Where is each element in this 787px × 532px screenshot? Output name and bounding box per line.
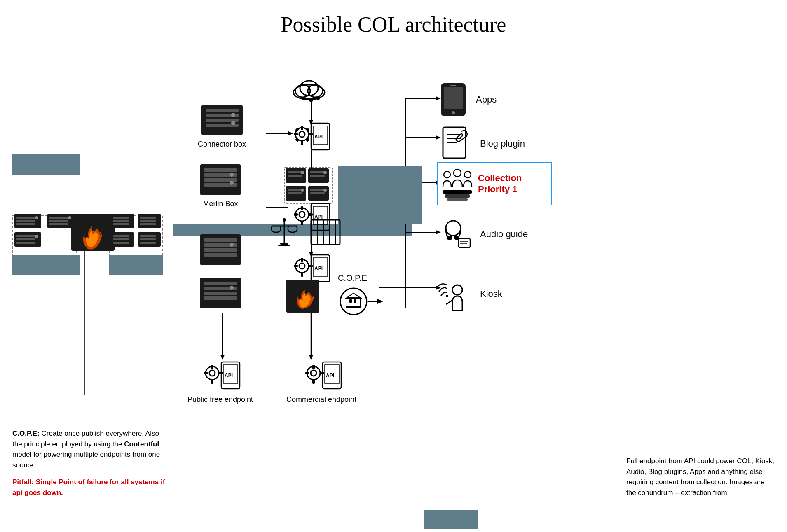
svg-rect-163 [113,242,129,244]
svg-rect-143 [49,220,68,222]
kiosk-section: Kiosk [435,273,502,315]
svg-point-97 [323,189,327,192]
svg-rect-66 [204,292,237,295]
svg-rect-88 [310,175,325,177]
svg-rect-71 [301,126,303,130]
scales-icon [268,216,301,250]
connector-box: Connector box [198,103,246,149]
cope-section: C.O.P.E [338,273,383,320]
kiosk-label: Kiosk [480,289,502,299]
svg-rect-161 [113,235,129,237]
svg-rect-87 [310,171,325,173]
svg-rect-111 [280,243,288,245]
cope-bold-label: C.O.P.E: [12,429,40,437]
svg-rect-167 [140,242,156,244]
audio-guide-label: Audio guide [480,229,528,240]
svg-rect-187 [444,87,463,109]
svg-point-93 [301,189,304,192]
svg-rect-73 [294,133,298,135]
cloud-icon [288,74,330,104]
svg-rect-122 [294,265,298,267]
svg-rect-142 [49,217,68,219]
svg-rect-121 [301,273,303,277]
server-box-3 [198,232,243,267]
svg-point-85 [301,171,304,174]
svg-rect-139 [16,223,35,225]
svg-point-89 [323,171,327,174]
svg-point-194 [444,171,450,178]
svg-rect-83 [288,171,302,173]
server-box-4 [198,275,243,310]
gray-rect-2 [12,255,80,275]
gray-rect-1 [12,154,80,175]
svg-marker-135 [377,299,383,304]
svg-point-55 [230,173,234,177]
svg-rect-130 [349,299,352,303]
svg-point-169 [209,370,215,376]
svg-rect-84 [288,175,302,177]
svg-text:API: API [326,373,334,378]
svg-text:API: API [225,373,233,378]
api-box-1: API [286,117,334,156]
public-endpoint: API Public free endpoint [187,356,253,404]
svg-rect-199 [447,198,468,201]
svg-rect-131 [354,299,356,303]
svg-point-48 [231,113,235,117]
svg-rect-96 [310,192,325,194]
svg-rect-67 [204,296,237,300]
svg-rect-179 [312,365,315,369]
bottom-right-text: Full endpoint from API could power COL, … [626,456,775,498]
apps-section: Apps [439,81,497,118]
svg-rect-91 [288,189,302,191]
svg-rect-165 [140,235,156,237]
svg-point-150 [35,235,38,238]
svg-rect-95 [310,189,325,191]
left-servers-2 [109,212,163,254]
svg-point-178 [311,370,316,376]
apps-label: Apps [476,94,497,105]
svg-point-70 [299,131,305,137]
svg-point-206 [452,285,462,295]
svg-rect-138 [16,220,35,222]
gray-rect-4 [338,166,422,224]
page-title: Possible COL architecture [0,0,787,45]
svg-rect-181 [305,372,309,374]
svg-rect-147 [16,235,35,237]
svg-rect-148 [16,238,35,240]
pitfall-text: Pitfall: Single Point of failure for all… [12,477,169,498]
svg-point-110 [283,218,286,222]
svg-rect-198 [445,194,470,198]
svg-rect-170 [211,365,213,369]
svg-rect-58 [204,238,237,242]
svg-rect-155 [113,223,129,225]
svg-rect-76 [306,128,310,132]
svg-point-140 [35,216,38,219]
svg-rect-44 [206,109,239,112]
svg-rect-157 [140,217,156,219]
cope-label: C.O.P.E [338,273,383,283]
svg-rect-149 [16,242,35,244]
blog-plugin-label: Blog plugin [480,138,525,149]
svg-point-49 [231,121,235,125]
svg-rect-51 [204,168,237,172]
gray-rect-3 [109,255,163,275]
svg-rect-189 [450,85,456,86]
svg-rect-197 [443,190,472,194]
svg-text:API: API [314,266,323,271]
svg-rect-159 [140,223,156,225]
svg-rect-172 [204,372,208,374]
svg-rect-180 [312,380,315,384]
svg-rect-92 [288,192,302,194]
svg-rect-60 [204,248,237,252]
svg-point-200 [446,221,461,236]
blog-plugin-section: Blog plugin [439,125,525,162]
svg-rect-158 [140,220,156,222]
collection-priority-box: Collection Priority 1 [437,162,552,205]
svg-rect-102 [301,221,303,225]
svg-rect-112 [278,245,290,246]
svg-point-195 [454,169,461,177]
svg-rect-137 [16,217,35,219]
commercial-endpoint-label: Commercial endpoint [286,395,356,404]
svg-rect-166 [140,238,156,240]
svg-rect-133 [346,306,361,308]
